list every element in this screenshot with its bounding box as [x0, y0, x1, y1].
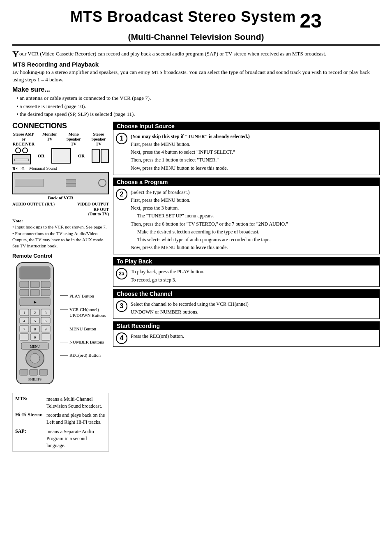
annotation-number: NUMBER Buttons: [60, 339, 106, 344]
svg-text:PHILIPS: PHILIPS: [28, 378, 42, 381]
monitor-tv-device: [51, 148, 71, 164]
glossary-def-sap: means a Separate Audio Program in a seco…: [46, 428, 106, 449]
intro-paragraph: Y our VCR (Video Cassette Recorder) can …: [12, 50, 380, 58]
step4-number: 4: [116, 332, 127, 344]
make-sure-list: • an antenna or cable system is connecte…: [12, 94, 380, 118]
svg-rect-3: [30, 281, 39, 288]
step3-text: Select the channel to be recorded using …: [131, 300, 249, 316]
step1-line-3: Then, press the 1 button to select "TUNE…: [131, 156, 250, 164]
glossary-term-hifi: Hi-Fi Stereo:: [15, 412, 44, 426]
step3-line-1: UP/DOWN or NUMBER buttons.: [131, 308, 249, 316]
step1-header: Choose Input Source: [113, 122, 379, 130]
step2a-text: To play back, press the PLAY button. To …: [131, 268, 205, 284]
page-subtitle: (Multi-Channel Television Sound): [12, 32, 380, 42]
video-output-label: VIDEO OUTPUT: [77, 202, 109, 206]
mono-device-label: MonoSpeaker TV: [65, 132, 83, 147]
svg-text:5: 5: [34, 319, 36, 323]
step2-line-3: The "TUNER SET UP" menu appears.: [137, 212, 288, 220]
glossary: MTS: means a Multi-Channel Television So…: [12, 393, 109, 452]
page-number: 23: [300, 10, 322, 32]
rf-out-label: RF OUT(Out to TV): [12, 207, 109, 216]
list-item: • an antenna or cable system is connecte…: [16, 94, 380, 102]
step2-header: Choose a Program: [113, 178, 379, 186]
annotation-play: PLAY Button: [60, 293, 106, 298]
step1-line-2: Next, press the 4 button to select "INPU…: [131, 148, 250, 156]
svg-rect-1: [20, 267, 50, 279]
svg-rect-37: [30, 369, 38, 375]
step2a-content: 2a To play back, press the PLAY button. …: [113, 265, 379, 286]
glossary-row-mts: MTS: means a Multi-Channel Television So…: [15, 396, 106, 410]
step2a-line-1: To record, go to step 3.: [131, 276, 205, 284]
rl-row: R L Monaural Sound: [12, 166, 109, 171]
step2-content: 2 (Select the type of broadcast.) First,…: [113, 186, 379, 254]
step2-line-2: Next, press the 3 button.: [131, 204, 288, 212]
svg-point-35: [30, 353, 40, 363]
svg-rect-7: [41, 289, 50, 296]
svg-text:2: 2: [34, 311, 36, 315]
left-column: CONNECTIONS Stereo AMPor RECEIVER Monito…: [12, 122, 109, 452]
step3-line-0: Select the channel to be recorded using …: [131, 300, 249, 308]
glossary-def-hifi: records and plays back on the Left and R…: [46, 412, 106, 426]
connections-notes: Note: • Input hook ups to the VCR not sh…: [12, 218, 109, 249]
step4-content: 4 Press the REC(ord) button.: [113, 330, 379, 346]
remote-section: Remote Control: [12, 253, 109, 390]
page-title-main: MTS Broadcast Stereo System: [70, 8, 296, 25]
step2-text: (Select the type of broadcast.) First, p…: [131, 189, 288, 252]
svg-rect-31: [41, 334, 50, 340]
step2-block: Choose a Program 2 (Select the type of b…: [113, 178, 380, 255]
svg-text:4: 4: [23, 319, 25, 323]
step2-number: 2: [116, 189, 127, 200]
make-sure-section: Make sure... • an antenna or cable syste…: [12, 86, 380, 118]
step4-line-0: Press the REC(ord) button.: [131, 332, 184, 340]
step1-line-4: Now, press the MENU button to leave this…: [131, 164, 250, 172]
svg-text:9: 9: [45, 327, 47, 331]
step1-content: 1 (You may skip this step if "TUNER" is …: [113, 130, 379, 175]
devices-row: OR OR: [12, 148, 109, 164]
page-header: MTS Broadcast Stereo System 23 (Multi-Ch…: [12, 8, 380, 46]
amp-device: [12, 148, 31, 164]
connections-title: CONNECTIONS: [12, 122, 109, 130]
amp-body: [12, 154, 31, 164]
amp-device-label: Stereo AMPor RECEIVER: [12, 132, 35, 147]
list-item: • the desired tape speed (SP, SLP) is se…: [16, 110, 380, 118]
svg-rect-4: [41, 281, 50, 288]
or-separator-1: OR: [38, 153, 45, 158]
annotation-rec: REC(ord) Button: [60, 353, 106, 358]
svg-text:MENU: MENU: [30, 345, 40, 349]
step4-text: Press the REC(ord) button.: [131, 332, 184, 344]
step2a-line-0: To play back, press the PLAY button.: [131, 268, 205, 276]
stereo-speaker-device: [92, 149, 109, 163]
mts-title: MTS Recording and Playback: [12, 61, 380, 68]
stereo-device-label: Stereo Speaker TV: [88, 132, 109, 147]
step1-line-1: First, press the MENU button.: [131, 141, 250, 148]
amp-circle-2: [22, 148, 28, 153]
mts-body: By hooking-up to a stereo amplifier and …: [12, 69, 380, 83]
step2-line-5: Make the desired selection according to …: [137, 228, 288, 236]
mts-section: MTS Recording and Playback By hooking-up…: [12, 61, 380, 83]
svg-text:6: 6: [45, 319, 47, 323]
output-labels: AUDIO OUTPUT (R/L) VIDEO OUTPUT: [12, 202, 109, 206]
step3-content: 3 Select the channel to be recorded usin…: [113, 298, 379, 319]
glossary-term-mts: MTS:: [15, 396, 44, 410]
device-labels-row: Stereo AMPor RECEIVER Monitor TV MonoSpe…: [12, 132, 109, 147]
step3-header: Choose the Channel: [113, 290, 379, 298]
vcr-body: [12, 172, 109, 194]
intro-text: our VCR (Video Cassette Recorder) can re…: [19, 51, 326, 57]
vcr-diagram: Stereo AMPor RECEIVER Monitor TV MonoSpe…: [12, 132, 109, 216]
svg-text:8: 8: [34, 327, 36, 331]
step1-text: (You may skip this step if "TUNER" is al…: [131, 133, 250, 172]
or-separator-2: OR: [78, 153, 85, 158]
step2-line-4: Then, press the 6 button for "TV STEREO,…: [131, 220, 288, 228]
svg-rect-6: [30, 289, 39, 296]
svg-text:▶: ▶: [34, 300, 37, 304]
note-label: Note:: [12, 218, 23, 223]
remote-image: ▶ 1 2 3 4 5 6: [12, 261, 58, 390]
step4-header: Start Recording: [113, 322, 379, 330]
remote-annotations: PLAY Button VCR CH(annel)UP/DOWN Buttons…: [60, 261, 106, 358]
step2-line-0: (Select the type of broadcast.): [131, 189, 288, 196]
svg-text:1: 1: [23, 311, 25, 315]
amp-circle-1: [15, 148, 21, 153]
right-column: Choose Input Source 1 (You may skip this…: [113, 122, 380, 452]
step1-block: Choose Input Source 1 (You may skip this…: [113, 122, 380, 175]
step2-line-1: First, press the MENU button.: [131, 196, 288, 204]
